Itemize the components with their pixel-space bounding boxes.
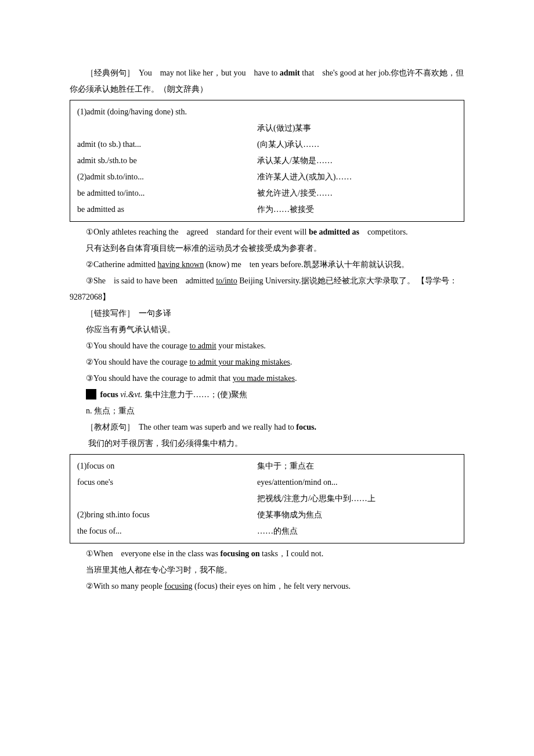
link-writing-header: ［链接写作］ 一句多译 <box>70 305 464 322</box>
headword: focus <box>100 390 118 399</box>
cell-right: 使某事物成为焦点 <box>257 507 457 523</box>
bold: focusing on <box>220 549 259 558</box>
text: ③You should have the courage to admit th… <box>86 374 233 383</box>
example-3: ③She is said to have been admitted to/in… <box>70 273 464 305</box>
cell-left: (2)admit sb.to/into... <box>77 169 257 185</box>
en-pre: You may not like her，but you have to <box>139 69 280 77</box>
text: ②You should have the courage <box>86 358 189 366</box>
table-row: (2)bring sth.into focus 使某事物成为焦点 <box>77 507 457 523</box>
focus-example-2: ②With so many people focusing (focus) th… <box>70 578 464 595</box>
entry-focus-def2: n. 焦点；重点 <box>70 403 464 419</box>
cell-right: 准许某人进入(或加入)…… <box>257 169 457 185</box>
cell-right <box>257 104 457 120</box>
cell-right: 把视线/注意力/心思集中到……上 <box>257 491 457 507</box>
table-row: (1)admit (doing/having done) sth. <box>77 104 457 120</box>
text: ①Only athletes reaching the agreed stand… <box>86 228 309 236</box>
table-row: focus one's eyes/attention/mind on... <box>77 474 457 491</box>
cell-left: admit (to sb.) that... <box>77 136 257 153</box>
text: ③She is said to have been admitted <box>86 276 216 285</box>
cell-left: (1)admit (doing/having done) sth. <box>77 104 257 120</box>
cell-right: eyes/attention/mind on... <box>257 474 457 491</box>
text: ①You should have the courage <box>86 341 189 350</box>
link-writing-prompt: 你应当有勇气承认错误。 <box>70 322 464 338</box>
cell-left: (2)bring sth.into focus <box>77 507 257 523</box>
cell-left <box>77 491 257 507</box>
cell-right: (向某人)承认…… <box>257 136 457 153</box>
text: competitors. <box>359 228 408 236</box>
table-row: 把视线/注意力/心思集中到……上 <box>77 491 457 507</box>
text: (focus) their eyes on him，he felt very n… <box>193 582 351 591</box>
text: . <box>295 374 297 383</box>
cell-left: be admitted as <box>77 201 257 218</box>
text: (know) me ten years before. <box>204 260 303 269</box>
entry-focus-header: 3 focus vi.&vt. 集中注意力于……；(使)聚焦 <box>70 387 464 403</box>
table-row: admit (to sb.) that... (向某人)承认…… <box>77 136 457 153</box>
cell-left: (1)focus on <box>77 458 257 474</box>
en-pre: The other team was superb and we really … <box>139 423 296 431</box>
text: ②Catherine admitted <box>86 260 157 269</box>
zh: 凯瑟琳承认十年前就认识我。 <box>304 260 409 269</box>
focus-example-1-zh: 当班里其他人都在专心学习时，我不能。 <box>70 562 464 578</box>
table-row: (2)admit sb.to/into... 准许某人进入(或加入)…… <box>77 169 457 185</box>
classic-example: ［经典例句］ You may not like her，but you have… <box>70 65 464 98</box>
underline: to/into <box>216 276 237 285</box>
underline: you made mistakes <box>233 374 295 383</box>
text: Beijing University. <box>237 276 301 285</box>
cell-left: focus one's <box>77 474 257 491</box>
cell-right: 被允许进入/接受…… <box>257 185 457 201</box>
bold: be admitted as <box>309 228 359 236</box>
cell-left: the focus of... <box>77 523 257 539</box>
source-sentence-zh: 我们的对手很厉害，我们必须得集中精力。 <box>70 435 464 452</box>
table-row: 承认(做过)某事 <box>77 120 457 136</box>
text: . <box>290 358 293 366</box>
usage-box-focus: (1)focus on 集中于；重点在 focus one's eyes/att… <box>70 454 464 543</box>
label: ［链接写作］ <box>86 309 135 318</box>
zh: 我们的对手很厉害，我们必须得集中精力。 <box>88 439 243 448</box>
underline: to admit your making mistakes <box>189 358 290 366</box>
text: ①When everyone else in the class was <box>86 549 220 558</box>
cell-right: ……的焦点 <box>257 523 457 539</box>
link-sentence-1: ①You should have the courage to admit yo… <box>70 338 464 354</box>
number-badge: 3 <box>86 389 96 399</box>
table-row: be admitted to/into... 被允许进入/接受…… <box>77 185 457 201</box>
cell-right: 作为……被接受 <box>257 201 457 218</box>
underline: having known <box>157 260 204 269</box>
link-sentence-3: ③You should have the courage to admit th… <box>70 370 464 387</box>
underline: to admit <box>189 341 216 350</box>
pos: vi.&vt. <box>120 390 142 399</box>
label: ［经典例句］ <box>86 69 135 77</box>
zh: 据说她已经被北京大学录取了。 <box>301 276 415 285</box>
bold-admit: admit <box>280 69 300 77</box>
table-row: admit sb./sth.to be 承认某人/某物是…… <box>77 153 457 169</box>
bold: focus. <box>296 423 316 431</box>
example-2: ②Catherine admitted having known (know) … <box>70 257 464 273</box>
cell-right: 集中于；重点在 <box>257 458 457 474</box>
text: ②With so many people <box>86 582 164 591</box>
example-1: ①Only athletes reaching the agreed stand… <box>70 224 464 240</box>
source-sentence: ［教材原句］ The other team was superb and we … <box>70 419 464 435</box>
focus-example-1: ①When everyone else in the class was foc… <box>70 546 464 562</box>
text: tasks，I could not. <box>260 549 324 558</box>
title: 一句多译 <box>139 309 171 318</box>
def: 集中注意力于……；(使)聚焦 <box>145 390 247 399</box>
table-row: (1)focus on 集中于；重点在 <box>77 458 457 474</box>
underline: focusing <box>164 582 192 591</box>
table-row: be admitted as 作为……被接受 <box>77 201 457 218</box>
link-sentence-2: ②You should have the courage to admit yo… <box>70 354 464 370</box>
cell-left: admit sb./sth.to be <box>77 153 257 169</box>
table-row: the focus of... ……的焦点 <box>77 523 457 539</box>
example-1-zh: 只有达到各自体育项目统一标准的运动员才会被接受成为参赛者。 <box>70 240 464 257</box>
en-post: that she's good at her job. <box>300 69 391 77</box>
label: ［教材原句］ <box>86 423 135 431</box>
usage-box-admit: (1)admit (doing/having done) sth. 承认(做过)… <box>70 100 464 222</box>
cell-right: 承认(做过)某事 <box>257 120 457 136</box>
cell-left: be admitted to/into... <box>77 185 257 201</box>
cell-left <box>77 120 257 136</box>
cell-right: 承认某人/某物是…… <box>257 153 457 169</box>
text: your mistakes. <box>217 341 266 350</box>
